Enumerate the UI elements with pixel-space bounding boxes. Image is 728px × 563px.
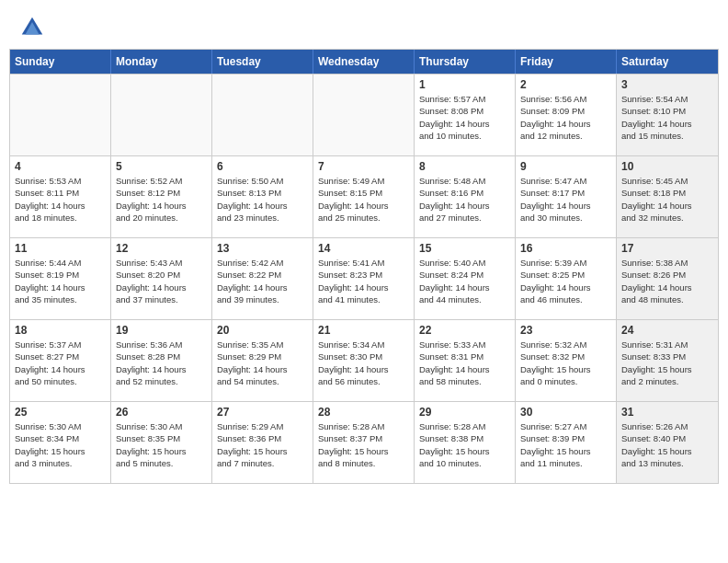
day-cell-25: 25Sunrise: 5:30 AM Sunset: 8:34 PM Dayli…	[10, 402, 111, 483]
day-info: Sunrise: 5:37 AM Sunset: 8:27 PM Dayligh…	[15, 339, 106, 387]
weekday-header-saturday: Saturday	[617, 50, 718, 74]
day-info: Sunrise: 5:28 AM Sunset: 8:37 PM Dayligh…	[318, 420, 409, 469]
day-cell-31: 31Sunrise: 5:26 AM Sunset: 8:40 PM Dayli…	[617, 402, 718, 483]
day-number: 14	[318, 242, 409, 255]
day-cell-12: 12Sunrise: 5:43 AM Sunset: 8:20 PM Dayli…	[111, 238, 212, 319]
day-number: 27	[217, 406, 308, 419]
day-info: Sunrise: 5:41 AM Sunset: 8:23 PM Dayligh…	[318, 257, 409, 305]
day-cell-20: 20Sunrise: 5:35 AM Sunset: 8:29 PM Dayli…	[212, 320, 313, 401]
day-number: 28	[318, 406, 409, 419]
day-cell-27: 27Sunrise: 5:29 AM Sunset: 8:36 PM Dayli…	[212, 402, 313, 483]
day-cell-1: 1Sunrise: 5:57 AM Sunset: 8:08 PM Daylig…	[415, 75, 516, 155]
day-info: Sunrise: 5:54 AM Sunset: 8:10 PM Dayligh…	[621, 93, 713, 142]
empty-cell-0-2	[212, 75, 313, 155]
day-cell-24: 24Sunrise: 5:31 AM Sunset: 8:33 PM Dayli…	[617, 320, 718, 401]
day-cell-13: 13Sunrise: 5:42 AM Sunset: 8:22 PM Dayli…	[212, 238, 313, 319]
day-number: 15	[419, 242, 510, 255]
empty-cell-0-3	[313, 75, 415, 155]
day-cell-14: 14Sunrise: 5:41 AM Sunset: 8:23 PM Dayli…	[313, 238, 415, 319]
day-number: 23	[520, 324, 611, 337]
calendar-row-2: 11Sunrise: 5:44 AM Sunset: 8:19 PM Dayli…	[10, 237, 718, 319]
calendar-header: SundayMondayTuesdayWednesdayThursdayFrid…	[10, 50, 718, 74]
day-cell-11: 11Sunrise: 5:44 AM Sunset: 8:19 PM Dayli…	[10, 238, 111, 319]
day-info: Sunrise: 5:28 AM Sunset: 8:38 PM Dayligh…	[419, 420, 510, 469]
day-cell-28: 28Sunrise: 5:28 AM Sunset: 8:37 PM Dayli…	[313, 402, 415, 483]
day-number: 18	[15, 324, 106, 337]
day-info: Sunrise: 5:57 AM Sunset: 8:08 PM Dayligh…	[419, 93, 510, 142]
day-cell-23: 23Sunrise: 5:32 AM Sunset: 8:32 PM Dayli…	[516, 320, 617, 401]
weekday-header-tuesday: Tuesday	[212, 50, 313, 74]
day-number: 16	[520, 242, 611, 255]
day-number: 9	[520, 160, 611, 173]
day-number: 4	[15, 160, 106, 173]
day-number: 26	[116, 406, 207, 419]
day-info: Sunrise: 5:45 AM Sunset: 8:18 PM Dayligh…	[621, 175, 713, 224]
day-info: Sunrise: 5:44 AM Sunset: 8:19 PM Dayligh…	[15, 257, 106, 305]
day-cell-8: 8Sunrise: 5:48 AM Sunset: 8:16 PM Daylig…	[415, 156, 516, 237]
day-cell-18: 18Sunrise: 5:37 AM Sunset: 8:27 PM Dayli…	[10, 320, 111, 401]
day-info: Sunrise: 5:30 AM Sunset: 8:35 PM Dayligh…	[116, 420, 207, 469]
calendar-row-0: 1Sunrise: 5:57 AM Sunset: 8:08 PM Daylig…	[10, 74, 718, 155]
day-number: 30	[520, 406, 611, 419]
day-number: 31	[621, 406, 713, 419]
day-cell-29: 29Sunrise: 5:28 AM Sunset: 8:38 PM Dayli…	[415, 402, 516, 483]
day-cell-9: 9Sunrise: 5:47 AM Sunset: 8:17 PM Daylig…	[516, 156, 617, 237]
day-cell-26: 26Sunrise: 5:30 AM Sunset: 8:35 PM Dayli…	[111, 402, 212, 483]
day-number: 21	[318, 324, 409, 337]
day-cell-16: 16Sunrise: 5:39 AM Sunset: 8:25 PM Dayli…	[516, 238, 617, 319]
day-info: Sunrise: 5:32 AM Sunset: 8:32 PM Dayligh…	[520, 339, 611, 387]
day-cell-6: 6Sunrise: 5:50 AM Sunset: 8:13 PM Daylig…	[212, 156, 313, 237]
day-number: 17	[621, 242, 713, 255]
day-info: Sunrise: 5:40 AM Sunset: 8:24 PM Dayligh…	[419, 257, 510, 305]
day-cell-15: 15Sunrise: 5:40 AM Sunset: 8:24 PM Dayli…	[415, 238, 516, 319]
day-number: 13	[217, 242, 308, 255]
day-info: Sunrise: 5:52 AM Sunset: 8:12 PM Dayligh…	[116, 175, 207, 224]
day-cell-30: 30Sunrise: 5:27 AM Sunset: 8:39 PM Dayli…	[516, 402, 617, 483]
day-info: Sunrise: 5:49 AM Sunset: 8:15 PM Dayligh…	[318, 175, 409, 224]
day-info: Sunrise: 5:33 AM Sunset: 8:31 PM Dayligh…	[419, 339, 510, 387]
day-info: Sunrise: 5:48 AM Sunset: 8:16 PM Dayligh…	[419, 175, 510, 224]
day-number: 22	[419, 324, 510, 337]
day-info: Sunrise: 5:29 AM Sunset: 8:36 PM Dayligh…	[217, 420, 308, 469]
day-cell-19: 19Sunrise: 5:36 AM Sunset: 8:28 PM Dayli…	[111, 320, 212, 401]
weekday-header-thursday: Thursday	[415, 50, 516, 74]
logo	[18, 14, 51, 41]
weekday-header-friday: Friday	[516, 50, 617, 74]
page-header	[0, 0, 728, 49]
day-info: Sunrise: 5:30 AM Sunset: 8:34 PM Dayligh…	[15, 420, 106, 469]
day-info: Sunrise: 5:39 AM Sunset: 8:25 PM Dayligh…	[520, 257, 611, 305]
day-info: Sunrise: 5:50 AM Sunset: 8:13 PM Dayligh…	[217, 175, 308, 224]
day-number: 12	[116, 242, 207, 255]
day-info: Sunrise: 5:42 AM Sunset: 8:22 PM Dayligh…	[217, 257, 308, 305]
day-number: 10	[621, 160, 713, 173]
day-info: Sunrise: 5:36 AM Sunset: 8:28 PM Dayligh…	[116, 339, 207, 387]
day-info: Sunrise: 5:26 AM Sunset: 8:40 PM Dayligh…	[621, 420, 713, 469]
day-number: 20	[217, 324, 308, 337]
day-number: 6	[217, 160, 308, 173]
calendar: SundayMondayTuesdayWednesdayThursdayFrid…	[9, 49, 719, 484]
day-number: 2	[520, 78, 611, 91]
weekday-header-monday: Monday	[111, 50, 212, 74]
day-number: 25	[15, 406, 106, 419]
day-number: 7	[318, 160, 409, 173]
day-info: Sunrise: 5:27 AM Sunset: 8:39 PM Dayligh…	[520, 420, 611, 469]
empty-cell-0-1	[111, 75, 212, 155]
day-info: Sunrise: 5:34 AM Sunset: 8:30 PM Dayligh…	[318, 339, 409, 387]
empty-cell-0-0	[10, 75, 111, 155]
calendar-row-4: 25Sunrise: 5:30 AM Sunset: 8:34 PM Dayli…	[10, 401, 718, 483]
day-cell-17: 17Sunrise: 5:38 AM Sunset: 8:26 PM Dayli…	[617, 238, 718, 319]
day-info: Sunrise: 5:43 AM Sunset: 8:20 PM Dayligh…	[116, 257, 207, 305]
day-number: 3	[621, 78, 713, 91]
day-info: Sunrise: 5:35 AM Sunset: 8:29 PM Dayligh…	[217, 339, 308, 387]
day-info: Sunrise: 5:47 AM Sunset: 8:17 PM Dayligh…	[520, 175, 611, 224]
day-cell-5: 5Sunrise: 5:52 AM Sunset: 8:12 PM Daylig…	[111, 156, 212, 237]
day-number: 29	[419, 406, 510, 419]
page-container: SundayMondayTuesdayWednesdayThursdayFrid…	[0, 0, 728, 484]
calendar-row-3: 18Sunrise: 5:37 AM Sunset: 8:27 PM Dayli…	[10, 319, 718, 401]
day-number: 24	[621, 324, 713, 337]
calendar-row-1: 4Sunrise: 5:53 AM Sunset: 8:11 PM Daylig…	[10, 155, 718, 237]
calendar-body: 1Sunrise: 5:57 AM Sunset: 8:08 PM Daylig…	[10, 74, 718, 483]
logo-icon	[18, 14, 46, 41]
day-number: 11	[15, 242, 106, 255]
day-cell-2: 2Sunrise: 5:56 AM Sunset: 8:09 PM Daylig…	[516, 75, 617, 155]
